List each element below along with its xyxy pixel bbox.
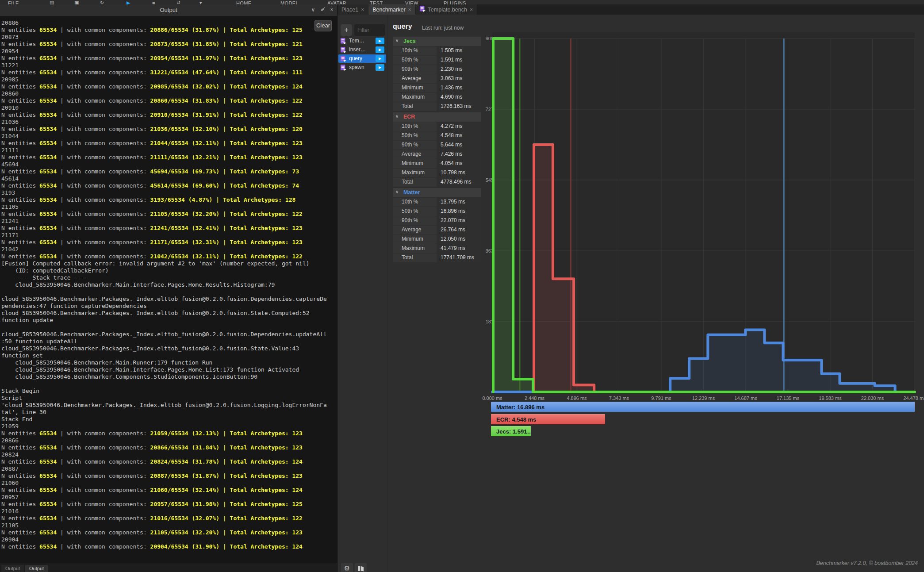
undock-icon[interactable]	[319, 6, 326, 13]
console-line: 45694	[1, 161, 337, 168]
stats-section-name: Jecs	[403, 38, 416, 44]
last-run-label: Last run: just now	[422, 25, 464, 31]
console-line: N entities 65534 | with common component…	[1, 55, 337, 62]
stat-label: Average	[393, 74, 437, 83]
stat-row: Minimum12.050 ms	[393, 235, 481, 244]
benchmark-item-query[interactable]: query▶	[338, 54, 386, 63]
settings-button[interactable]: ⚙	[341, 563, 353, 572]
run-benchmark-button[interactable]: ▶	[376, 38, 384, 44]
console-line: N entities 65534 | with common component…	[1, 430, 337, 437]
stats-section-header-jecs[interactable]: ∨Jecs	[393, 37, 481, 46]
stat-row: 90th %2.230 ms	[393, 65, 481, 74]
console-line: cloud_5853950046.Benchmarker.Main.Interf…	[1, 281, 337, 288]
stat-value: 4.272 ms	[437, 122, 481, 131]
stats-section-header-matter[interactable]: ∨Matter	[393, 188, 481, 197]
console-line: N entities 65534 | with common component…	[1, 154, 337, 161]
console-line: 'cloud_5853950046.Benchmarker.Packages._…	[1, 402, 337, 409]
console-line: cloud_5853950046.Benchmarker.Components.…	[1, 373, 337, 380]
output-tab[interactable]: Output	[1, 565, 24, 572]
close-icon[interactable]: ×	[470, 7, 473, 13]
console-line: 21044	[1, 133, 337, 140]
run-benchmark-button[interactable]: ▶	[376, 64, 384, 71]
output-tab[interactable]: Output	[25, 565, 48, 572]
x-tick-label: 14.687 ms	[734, 395, 757, 401]
stat-value: 3.063 ms	[437, 74, 481, 83]
script-icon	[341, 56, 346, 64]
benchmark-item-label: inser…	[349, 46, 366, 53]
console-line: N entities 65534 | with common component…	[1, 211, 337, 218]
stat-row: Maximum41.479 ms	[393, 244, 481, 253]
stat-value: 41.479 ms	[437, 244, 481, 253]
clear-button[interactable]: Clear	[314, 20, 332, 31]
stat-label: 90th %	[393, 65, 437, 74]
benchmark-item-inser[interactable]: inser…▶	[338, 46, 386, 54]
stat-label: Total	[393, 102, 437, 111]
console-line: 21105	[1, 522, 337, 529]
console-line	[1, 380, 337, 388]
stat-value: 1.591 ms	[437, 56, 481, 65]
run-benchmark-button[interactable]: ▶	[376, 46, 384, 53]
output-bottom-tabbar: OutputOutput	[0, 564, 337, 572]
console-line: N entities 65534 | with common component…	[1, 529, 337, 536]
tab-benchmarker[interactable]: Benchmarker×	[368, 4, 415, 15]
console-line: N entities 65534 | with common component…	[1, 196, 337, 203]
console-line: N entities 65534 | with common component…	[1, 111, 337, 119]
stat-label: 90th %	[393, 216, 437, 225]
stat-label: Average	[393, 150, 437, 159]
stat-row: Average26.764 ms	[393, 226, 481, 234]
chevron-down-icon[interactable]: ∨	[310, 6, 317, 13]
run-benchmark-button[interactable]: ▶	[376, 55, 384, 62]
x-tick-label: 2.448 ms	[525, 395, 545, 401]
script-icon	[341, 47, 346, 55]
console-line: N entities 65534 | with common component…	[1, 140, 337, 147]
close-icon[interactable]: ×	[328, 6, 335, 13]
stat-row: 10th %4.272 ms	[393, 122, 481, 131]
stat-row: Maximum10.798 ms	[393, 169, 481, 177]
stat-label: 50th %	[393, 207, 437, 216]
chevron-down-icon: ∨	[395, 114, 399, 119]
console-line: 20904	[1, 536, 337, 543]
console-line: N entities 65534 | with common component…	[1, 168, 337, 175]
console-line: 31221	[1, 62, 337, 69]
x-tick-label: 12.239 ms	[692, 395, 715, 401]
histogram-svg: 1813635457279090.000 ms2.448 ms4.896 ms7…	[482, 15, 924, 404]
console-line: 45614	[1, 175, 337, 182]
benchmark-item-label: spawn	[349, 64, 364, 70]
stat-label: Total	[393, 253, 437, 262]
filter-input[interactable]	[354, 24, 385, 36]
stat-value: 1726.163 ms	[437, 102, 481, 111]
script-icon	[341, 65, 346, 73]
console-line: N entities 65534 | with common component…	[1, 501, 337, 508]
tab-place1[interactable]: Place1×	[337, 4, 368, 15]
stat-row: Maximum4.690 ms	[393, 93, 481, 102]
close-icon[interactable]: ×	[361, 7, 364, 13]
benchmarker-panel: + Tem…▶inser…▶query▶spawn▶ query Last ru…	[337, 15, 924, 572]
console-line: 21105	[1, 203, 337, 211]
x-tick-label: 7.343 ms	[609, 395, 629, 401]
stats-section-header-ecr[interactable]: ∨ECR	[393, 112, 481, 122]
stat-label: Minimum	[393, 84, 437, 92]
script-icon	[341, 38, 346, 46]
console-line: N entities 65534 | with common component…	[1, 253, 337, 260]
gear-icon: ⚙	[344, 564, 350, 572]
stats-section-name: ECR	[403, 114, 415, 120]
console-line: 20957	[1, 494, 337, 501]
console-line: 20887	[1, 465, 337, 472]
add-benchmark-button[interactable]: +	[341, 24, 352, 36]
benchmark-item-label: query	[349, 55, 362, 61]
console-line: N entities 65534 | with common component…	[1, 239, 337, 246]
console-line: cloud_5853950046.Benchmarker.Main.Interf…	[1, 366, 337, 373]
tab-template-bench[interactable]: Template.bench×	[416, 4, 477, 15]
stat-row: 10th %1.505 ms	[393, 46, 481, 55]
docs-button[interactable]	[355, 563, 367, 572]
stat-value: 26.764 ms	[437, 226, 481, 234]
x-tick-label: 9.791 ms	[651, 395, 671, 401]
benchmark-item-spawn[interactable]: spawn▶	[338, 63, 386, 72]
benchmark-item-Tem[interactable]: Tem…▶	[338, 37, 386, 45]
tab-label: Place1	[341, 7, 358, 13]
console-line	[1, 324, 337, 331]
console-line: N entities 65534 | with common component…	[1, 182, 337, 189]
close-icon[interactable]: ×	[408, 7, 411, 13]
legend-bar-matter: Matter: 16.896 ms	[491, 402, 915, 412]
console-log[interactable]: 20886N entities 65534 | with common comp…	[0, 17, 337, 564]
